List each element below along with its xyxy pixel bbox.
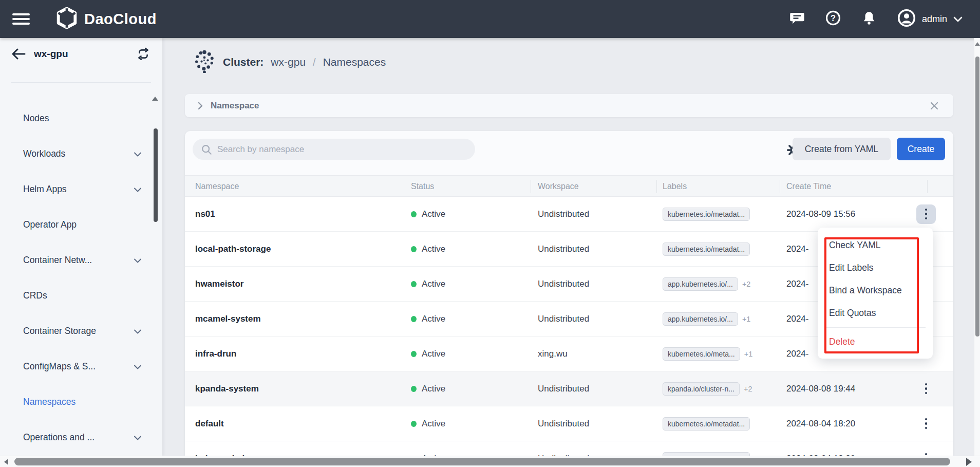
sidebar-item-namespaces[interactable]: Namespaces: [0, 384, 162, 420]
namespace-name: local-path-storage: [195, 244, 271, 254]
column-header-status: Status: [411, 176, 434, 197]
horizontal-scrollbar-thumb[interactable]: [14, 458, 950, 465]
daocloud-cube-icon: [56, 7, 77, 31]
user-menu[interactable]: admin: [897, 9, 963, 30]
workspace-value: xing.wu: [538, 349, 568, 359]
sidebar-item-container-network[interactable]: Container Netw...: [0, 242, 162, 278]
status-text: Active: [422, 349, 445, 359]
label-chip: kubernetes.io/meta...: [663, 347, 740, 361]
sidebar-item-helm-apps[interactable]: Helm Apps: [0, 172, 162, 207]
label-chip: kubernetes.io/metadat...: [663, 417, 750, 431]
column-header-create-time: Create Time: [786, 176, 831, 197]
sidebar-item-container-storage[interactable]: Container Storage: [0, 313, 162, 349]
create-from-yaml-button[interactable]: Create from YAML: [793, 138, 891, 160]
help-icon[interactable]: ?: [825, 10, 841, 28]
chevron-down-icon: [953, 14, 963, 25]
table-row: ns01 Active Undistributed kubernetes.io/…: [185, 197, 953, 232]
notifications-bell-icon[interactable]: [861, 10, 877, 28]
namespace-name: infra-drun: [195, 349, 236, 359]
namespace-filter-bar[interactable]: Namespace: [185, 94, 953, 117]
filter-bar-label: Namespace: [211, 101, 259, 111]
create-button[interactable]: Create: [897, 138, 945, 160]
sidebar-scrollbar-thumb[interactable]: [154, 128, 158, 222]
menu-item-bind-workspace[interactable]: Bind a Workspace: [829, 279, 902, 302]
kebab-menu-button[interactable]: [916, 414, 936, 434]
search-icon: [201, 144, 212, 155]
status-text: Active: [422, 209, 445, 219]
messages-icon[interactable]: [789, 10, 805, 28]
status-dot: [411, 386, 417, 392]
label-chip: kubernetes.io/metadat...: [663, 242, 750, 256]
status-text: Active: [422, 279, 445, 289]
column-header-namespace: Namespace: [195, 176, 239, 197]
status-dot: [411, 281, 417, 287]
menu-item-check-yaml[interactable]: Check YAML: [829, 234, 881, 256]
namespace-name: mcamel-system: [195, 314, 261, 324]
column-header-workspace: Workspace: [538, 176, 579, 197]
kebab-menu-button[interactable]: [916, 204, 936, 224]
back-arrow-icon[interactable]: [11, 48, 26, 60]
namespace-name: kpanda-system: [195, 384, 259, 394]
workspace-value: Undistributed: [538, 384, 589, 394]
create-time-value: 2024-: [786, 279, 808, 289]
kebab-menu-button[interactable]: [916, 379, 936, 399]
label-extra-count: +1: [742, 315, 751, 323]
label-chip: app.kubernetes.io/...: [663, 277, 738, 291]
search-input[interactable]: [217, 144, 454, 155]
scrollbar-arrow-right[interactable]: [966, 458, 972, 466]
chevron-down-icon: [134, 184, 142, 195]
table-row: kpanda-system Active Undistributed kpand…: [185, 371, 953, 406]
breadcrumb-separator: /: [313, 57, 316, 68]
status-dot: [411, 211, 417, 217]
breadcrumb-page: Namespaces: [323, 56, 386, 68]
label-extra-count: +1: [744, 350, 753, 358]
column-header-labels: Labels: [663, 176, 687, 197]
sidebar-item-crds[interactable]: CRDs: [0, 278, 162, 313]
breadcrumb-cluster-link[interactable]: wx-gpu: [271, 56, 306, 68]
namespace-name: default: [195, 419, 224, 429]
chevron-down-icon: [134, 361, 142, 372]
close-icon[interactable]: [930, 101, 939, 110]
status-dot: [411, 246, 417, 252]
create-time-value: 2024-08-04 18:20: [786, 419, 855, 429]
sidebar-scrollbar-arrow[interactable]: [152, 97, 158, 101]
namespace-name: hwameistor: [195, 279, 243, 289]
chevron-right-icon: [197, 102, 203, 110]
status-dot: [411, 421, 417, 427]
chevron-down-icon: [134, 148, 142, 159]
workspace-value: Undistributed: [538, 314, 589, 324]
label-chip: app.kubernetes.io/...: [663, 312, 738, 326]
label-chip: kpanda.io/cluster-n...: [663, 382, 740, 396]
label-extra-count: +2: [744, 385, 752, 393]
brand-logo[interactable]: DaoCloud: [56, 7, 157, 31]
sidebar-item-nodes[interactable]: Nodes: [0, 101, 162, 136]
create-time-value: 2024-: [786, 244, 808, 254]
chevron-down-icon: [134, 432, 142, 443]
create-time-value: 2024-08-09 15:56: [786, 209, 855, 219]
cluster-dots-icon: [193, 49, 216, 75]
menu-item-delete[interactable]: Delete: [829, 330, 855, 353]
table-header: Namespace Status Workspace Labels Create…: [185, 175, 953, 197]
workspace-value: Undistributed: [538, 244, 589, 254]
namespace-name: ns01: [195, 209, 215, 219]
scrollbar-arrow-up[interactable]: [975, 42, 980, 46]
sidebar-item-operator-app[interactable]: Operator App: [0, 207, 162, 242]
sidebar-nav: Nodes Workloads Helm Apps Operator App C…: [0, 101, 162, 455]
menu-item-edit-labels[interactable]: Edit Labels: [829, 256, 874, 279]
sidebar: wx-gpu Nodes Workloads Helm Apps Operato…: [0, 38, 162, 456]
workspace-value: Undistributed: [538, 279, 589, 289]
sidebar-item-operations[interactable]: Operations and ...: [0, 420, 162, 455]
scrollbar-arrow-left[interactable]: [4, 459, 8, 465]
hamburger-menu-icon[interactable]: [12, 12, 30, 26]
switch-cluster-icon[interactable]: [137, 47, 150, 63]
vertical-scrollbar-thumb[interactable]: [975, 57, 979, 337]
status-dot: [411, 316, 417, 322]
menu-item-edit-quotas[interactable]: Edit Quotas: [829, 302, 876, 324]
top-navbar: DaoCloud ? admin: [0, 0, 980, 38]
sidebar-item-configmaps-secrets[interactable]: ConfigMaps & S...: [0, 349, 162, 384]
sidebar-item-workloads[interactable]: Workloads: [0, 136, 162, 172]
vertical-scrollbar: [974, 38, 980, 456]
sidebar-cluster-name: wx-gpu: [34, 48, 68, 60]
create-time-value: 2024-: [786, 349, 808, 359]
row-context-menu: Check YAML Edit Labels Bind a Workspace …: [818, 228, 933, 359]
